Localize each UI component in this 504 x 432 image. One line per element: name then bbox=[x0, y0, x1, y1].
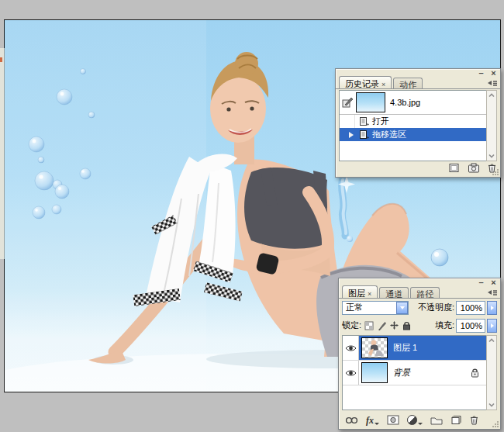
new-group-icon[interactable] bbox=[430, 416, 443, 425]
fill-slider-icon[interactable] bbox=[487, 319, 497, 333]
history-source-checkbox[interactable] bbox=[340, 115, 355, 128]
opacity-slider-icon[interactable] bbox=[487, 301, 497, 315]
lock-transparency-icon[interactable] bbox=[364, 321, 374, 330]
toolbox-marker bbox=[0, 57, 2, 62]
visibility-toggle[interactable] bbox=[343, 336, 359, 360]
lock-fill-row: 锁定: 填充: 100% bbox=[339, 316, 500, 334]
layer-style-icon[interactable]: fx bbox=[366, 416, 379, 425]
blend-mode-value: 正常 bbox=[343, 302, 396, 313]
layers-resize-grip[interactable] bbox=[491, 420, 499, 428]
panel-menu-icon[interactable] bbox=[487, 79, 498, 88]
history-minimize-button[interactable]: – bbox=[477, 69, 485, 78]
new-snapshot-icon[interactable] bbox=[468, 163, 480, 173]
layers-scrollbar[interactable] bbox=[486, 335, 497, 410]
link-layers-icon[interactable] bbox=[345, 416, 358, 424]
scroll-up-icon[interactable] bbox=[488, 92, 495, 99]
history-panel: – × 历史记录× 动作 4.3b.jpg bbox=[335, 68, 501, 178]
layers-close-button[interactable]: × bbox=[489, 278, 498, 287]
history-state-open[interactable]: 打开 bbox=[340, 115, 486, 128]
lock-pixels-icon[interactable] bbox=[377, 321, 386, 330]
layer-list: 图层 1 背景 bbox=[342, 335, 487, 410]
history-scrollbar[interactable] bbox=[486, 90, 497, 161]
scroll-up-icon[interactable] bbox=[488, 337, 495, 344]
history-state-drag-selection[interactable]: 拖移选区 bbox=[340, 128, 486, 141]
layer-name[interactable]: 图层 1 bbox=[393, 342, 417, 354]
lock-all-icon[interactable] bbox=[402, 321, 411, 330]
photoshop-workspace: { "canvas": { "content": "photo of seate… bbox=[0, 0, 504, 432]
lock-label: 锁定: bbox=[342, 320, 361, 331]
layers-minimize-button[interactable]: – bbox=[477, 278, 485, 287]
history-state-label: 拖移选区 bbox=[372, 129, 406, 140]
tab-paths[interactable]: 路径 bbox=[410, 287, 440, 299]
current-state-pointer-icon bbox=[349, 132, 354, 138]
layer-thumbnail[interactable] bbox=[361, 362, 388, 383]
fill-input[interactable]: 100% bbox=[456, 319, 485, 333]
new-document-from-state-icon[interactable] bbox=[448, 163, 461, 173]
panel-menu-icon[interactable] bbox=[487, 289, 498, 297]
blend-mode-select[interactable]: 正常 bbox=[342, 301, 409, 315]
chevron-down-icon[interactable] bbox=[396, 302, 408, 314]
layer-row-layer1[interactable]: 图层 1 bbox=[343, 336, 486, 361]
scroll-down-icon[interactable] bbox=[488, 401, 495, 409]
layers-panel: – × 图层× 通道 路径 正常 不透明度: 100% 锁定: bbox=[338, 278, 501, 430]
adjustment-layer-icon[interactable] bbox=[407, 415, 423, 425]
tab-history[interactable]: 历史记录× bbox=[339, 76, 392, 89]
tab-actions[interactable]: 动作 bbox=[393, 78, 423, 89]
opacity-input[interactable]: 100% bbox=[456, 301, 485, 315]
tab-layers[interactable]: 图层× bbox=[342, 285, 378, 299]
history-brush-source-icon[interactable] bbox=[340, 97, 356, 108]
blend-opacity-row: 正常 不透明度: 100% bbox=[339, 299, 500, 316]
visibility-toggle[interactable] bbox=[343, 361, 359, 385]
layers-panel-toolbar: fx bbox=[342, 413, 497, 427]
layer-name[interactable]: 背景 bbox=[393, 367, 410, 378]
tab-close-icon[interactable]: × bbox=[368, 290, 371, 298]
eye-icon bbox=[345, 344, 357, 352]
history-resize-grip[interactable] bbox=[491, 168, 499, 176]
tab-close-icon[interactable]: × bbox=[381, 81, 385, 88]
delete-layer-icon[interactable] bbox=[469, 415, 479, 425]
history-panel-header: – × 历史记录× 动作 bbox=[336, 69, 500, 89]
lock-position-icon[interactable] bbox=[389, 320, 399, 330]
snapshot-thumbnail[interactable] bbox=[356, 92, 385, 112]
snapshot-filename: 4.3b.jpg bbox=[390, 98, 420, 107]
history-state-icon bbox=[359, 116, 369, 126]
layer-lock-icon bbox=[471, 368, 479, 378]
fill-label: 填充: bbox=[435, 320, 454, 331]
add-layer-mask-icon[interactable] bbox=[387, 415, 399, 425]
opacity-label: 不透明度: bbox=[418, 302, 454, 313]
history-panel-toolbar bbox=[339, 161, 497, 175]
scroll-down-icon[interactable] bbox=[488, 152, 495, 160]
layers-panel-header: – × 图层× 通道 路径 bbox=[339, 278, 500, 299]
history-close-button[interactable]: × bbox=[489, 69, 498, 78]
history-state-list: 4.3b.jpg 打开 拖移选区 bbox=[339, 90, 487, 161]
new-layer-icon[interactable] bbox=[450, 415, 461, 425]
layer-thumbnail[interactable] bbox=[361, 337, 388, 358]
history-snapshot-row[interactable]: 4.3b.jpg bbox=[340, 91, 486, 115]
history-state-label: 打开 bbox=[372, 116, 389, 127]
history-source-checkbox[interactable] bbox=[340, 128, 355, 141]
history-state-icon bbox=[359, 130, 369, 140]
tab-channels[interactable]: 通道 bbox=[379, 287, 409, 299]
toolbox-edge bbox=[0, 48, 5, 259]
eye-icon bbox=[345, 369, 357, 377]
layer-row-background[interactable]: 背景 bbox=[343, 361, 486, 385]
